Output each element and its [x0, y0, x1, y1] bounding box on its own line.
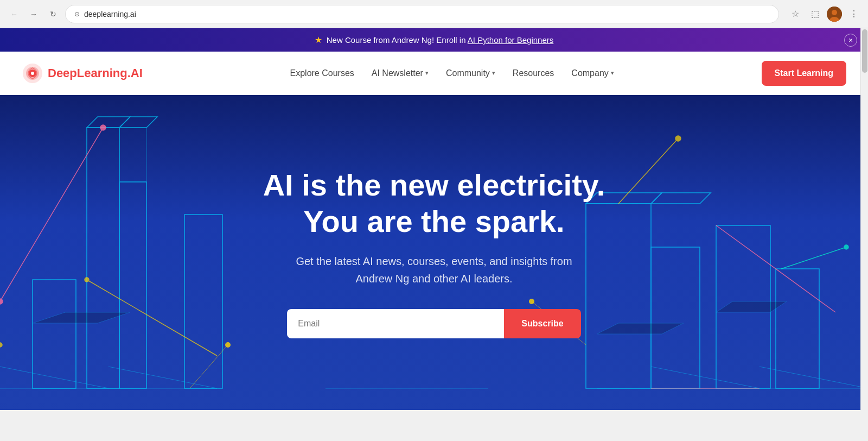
svg-line-26 [618, 138, 678, 204]
svg-point-25 [0, 343, 2, 347]
announcement-bar: ★ New Course from Andrew Ng! Enroll in A… [0, 28, 868, 52]
chevron-down-icon: ▾ [425, 70, 429, 77]
svg-rect-8 [119, 182, 146, 388]
email-form: Subscribe [287, 309, 580, 338]
svg-rect-10 [33, 280, 76, 388]
svg-rect-15 [651, 247, 700, 388]
svg-marker-40 [597, 323, 684, 334]
back-button[interactable]: ← [7, 7, 22, 22]
svg-point-29 [844, 245, 848, 249]
nav-explore-courses[interactable]: Explore Courses [290, 68, 354, 78]
scrollbar-thumb[interactable] [862, 29, 867, 73]
logo-link[interactable]: DeepLearning.AI [22, 62, 143, 84]
svg-marker-12 [119, 117, 157, 128]
user-avatar[interactable] [827, 7, 842, 22]
address-bar[interactable]: ⊙ deeplearning.ai [65, 5, 779, 23]
svg-line-38 [760, 367, 868, 388]
svg-marker-41 [716, 301, 787, 312]
svg-point-43 [529, 299, 534, 304]
chevron-down-icon: ▾ [492, 70, 495, 77]
announcement-link[interactable]: AI Python for Beginners [468, 35, 553, 45]
navbar: DeepLearning.AI Explore Courses AI Newsl… [0, 52, 868, 95]
svg-line-23 [87, 280, 217, 356]
svg-rect-16 [716, 225, 770, 388]
nav-item-community[interactable]: Community ▾ [446, 68, 495, 78]
svg-rect-17 [776, 269, 819, 388]
announcement-close-button[interactable]: × [844, 34, 857, 47]
svg-line-36 [108, 367, 217, 388]
logo-text: DeepLearning.AI [48, 66, 143, 80]
svg-point-21 [100, 125, 106, 130]
chevron-down-icon: ▾ [611, 70, 614, 77]
menu-button[interactable]: ⋮ [846, 7, 861, 22]
svg-marker-19 [651, 193, 711, 204]
svg-marker-39 [33, 312, 130, 323]
nav-resources[interactable]: Resources [513, 68, 554, 78]
svg-line-20 [0, 128, 103, 301]
svg-point-22 [0, 299, 3, 304]
browser-chrome: ← → ↻ ⊙ deeplearning.ai ☆ ⬚ ⋮ [0, 0, 868, 28]
svg-line-30 [716, 225, 835, 312]
subscribe-button[interactable]: Subscribe [504, 309, 580, 338]
svg-point-6 [31, 72, 34, 75]
hero-subtitle: Get the latest AI news, courses, events,… [282, 253, 586, 287]
svg-point-42 [225, 342, 231, 348]
refresh-button[interactable]: ↻ [46, 7, 61, 22]
url-text: deeplearning.ai [84, 10, 136, 18]
security-icon: ⊙ [74, 10, 80, 18]
nav-item-resources[interactable]: Resources [513, 68, 554, 78]
start-learning-button[interactable]: Start Learning [762, 61, 846, 86]
svg-point-1 [832, 10, 837, 15]
nav-company[interactable]: Company ▾ [571, 68, 614, 78]
forward-button[interactable]: → [26, 7, 41, 22]
svg-line-35 [0, 367, 108, 388]
nav-community[interactable]: Community ▾ [446, 68, 495, 78]
hero-title: AI is the new electricity. You are the s… [263, 167, 605, 240]
svg-marker-13 [119, 128, 146, 182]
browser-actions: ☆ ⬚ ⋮ [788, 7, 861, 22]
nav-item-company[interactable]: Company ▾ [571, 68, 614, 78]
svg-point-27 [675, 136, 681, 141]
svg-rect-9 [184, 215, 222, 388]
nav-item-newsletter[interactable]: AI Newsletter ▾ [372, 68, 429, 78]
scrollbar[interactable] [860, 28, 868, 410]
nav-item-explore[interactable]: Explore Courses [290, 68, 354, 78]
email-input[interactable] [287, 309, 504, 338]
svg-rect-7 [87, 128, 119, 388]
svg-line-37 [651, 367, 760, 388]
svg-line-28 [781, 247, 846, 269]
nav-links: Explore Courses AI Newsletter ▾ Communit… [290, 68, 614, 78]
announcement-text: New Course from Andrew Ng! Enroll in AI … [327, 35, 554, 45]
bookmark-button[interactable]: ☆ [788, 7, 803, 22]
logo-icon [22, 62, 43, 84]
svg-point-24 [85, 278, 89, 282]
svg-marker-11 [87, 117, 130, 128]
svg-line-44 [190, 345, 228, 388]
hero-section: AI is the new electricity. You are the s… [0, 95, 868, 410]
star-icon: ★ [315, 35, 322, 45]
extensions-button[interactable]: ⬚ [807, 7, 822, 22]
nav-ai-newsletter[interactable]: AI Newsletter ▾ [372, 68, 429, 78]
